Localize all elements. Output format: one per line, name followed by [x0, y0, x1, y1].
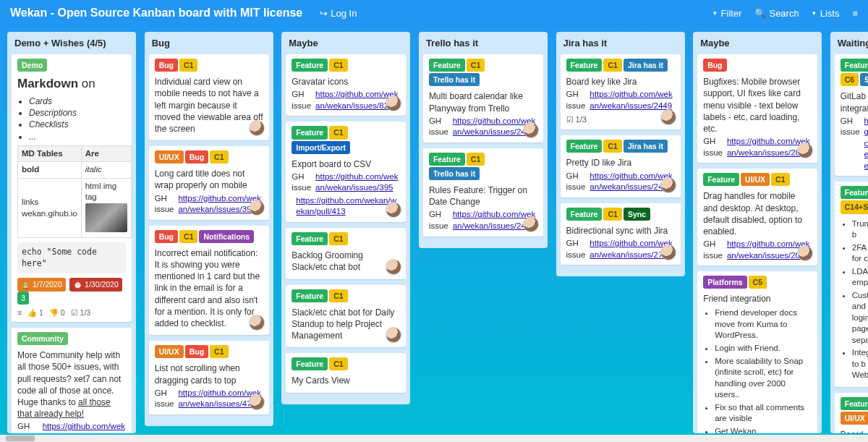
menu-icon[interactable]: ≡	[852, 8, 858, 19]
card-text: Export board to CSV	[292, 158, 400, 170]
avatar[interactable]	[249, 120, 265, 136]
card-text: Board Background I	[841, 429, 868, 433]
card[interactable]: Bug Bugfixes: Mobile browser support, UI…	[697, 54, 817, 163]
lists-button[interactable]: ▾Lists	[812, 8, 840, 19]
list-bug: Bug BugC1 Individual card view on mobile…	[145, 32, 273, 426]
card-text: Bidirectional sync with Jira	[566, 225, 675, 237]
avatar[interactable]	[249, 394, 265, 410]
count-badge: 3	[17, 292, 29, 305]
card-text: Drag handles for mobile and desktop. At …	[703, 190, 812, 237]
card-text: Backlog Grooming Slack/etc chat bot	[292, 250, 400, 273]
list-waiting: Waiting for funding FeatureC650 GitLab i…	[830, 32, 868, 433]
list-title[interactable]: Waiting for funding	[830, 32, 868, 51]
checklist-indicator: ☑ 1/3	[566, 114, 675, 125]
avatar[interactable]	[660, 109, 676, 125]
card-text: GitLab integration	[841, 90, 868, 114]
list-trello: Trello has it FeatureC1Trello has it Mul…	[419, 32, 548, 248]
markdown-table: MD TablesAre bolditalic links wekan.gihu…	[17, 145, 132, 239]
card-text: More Community help with all those 500+ …	[17, 349, 126, 420]
bullet-list: Truncate/Scroll b 2FA login for clie LDA…	[852, 218, 868, 381]
checklist-indicator: ☑ 1/3	[71, 307, 91, 318]
card[interactable]: FeatureC1Trello has it Multi board calen…	[423, 54, 543, 143]
card[interactable]: Demo Markdown on Cards Descriptions Chec…	[12, 54, 132, 322]
search-button[interactable]: 🔍Search	[754, 8, 799, 19]
card[interactable]: BugC1 Individual card view on mobile nee…	[149, 54, 269, 140]
board-title[interactable]: Wekan - Open Source Kanban board with MI…	[10, 7, 302, 20]
card[interactable]: FeatureC1Jira has it Board key like Jira…	[561, 54, 681, 129]
filter-button[interactable]: ▾Filter	[713, 8, 742, 19]
thumbs-up: 👍 1	[27, 307, 43, 318]
card[interactable]: FeatureC1 My Cards View	[286, 353, 406, 392]
card[interactable]: UI/UXBugC1 Long card title does not wrap…	[149, 146, 269, 220]
thumbnail-image	[85, 203, 127, 232]
thumbs-down: 👎 0	[49, 307, 65, 318]
login-button[interactable]: ↪ Log In	[320, 8, 357, 19]
start-date: ⏳ 1/7/2020	[17, 278, 66, 291]
card[interactable]: FeatureC1 Backlog Grooming Slack/etc cha…	[286, 228, 406, 279]
card[interactable]: UI/UXBugC1 List not scrolling when dragg…	[149, 341, 269, 415]
chevron-down-icon: ▾	[812, 9, 816, 17]
avatar[interactable]	[386, 259, 401, 275]
list-title[interactable]: Jira has it	[556, 32, 685, 51]
bullet-list: Cards Descriptions Checklists ...	[29, 95, 126, 143]
description-icon: ≡	[17, 307, 22, 318]
avatar[interactable]	[660, 177, 676, 193]
app-header: Wekan - Open Source Kanban board with MI…	[0, 0, 868, 26]
card[interactable]: BugC1Notifications Incorrect email notif…	[149, 226, 269, 335]
issue-link[interactable]: https://github.com/wekan/wekan/	[864, 116, 868, 172]
card[interactable]: FeatureC1Sync Bidirectional sync with Ji…	[561, 203, 681, 265]
card[interactable]: FeatureC1Trello has it Rules Feature: Tr…	[423, 148, 543, 237]
label-demo: Demo	[17, 59, 47, 72]
list-maybe-2: Maybe Bug Bugfixes: Mobile browser suppo…	[693, 32, 822, 433]
card-text: Slack/etc chat bot for Daily Standup to …	[292, 307, 400, 342]
card-title: Markdown on	[17, 76, 126, 93]
label-community: Community	[17, 332, 68, 345]
card-text: Pretty ID like Jira	[566, 157, 675, 169]
card-text: Multi board calendar like Planyway from …	[429, 90, 537, 114]
card[interactable]: FeatureC1 Gravatar icons GH issuehttps:/…	[286, 54, 406, 116]
horizontal-scrollbar[interactable]	[0, 435, 868, 442]
card-text: Rules Feature: Trigger on Date Change	[429, 184, 537, 208]
list-maybe-1: Maybe FeatureC1 Gravatar icons GH issueh…	[281, 32, 410, 404]
card-text: Board key like Jira	[566, 76, 675, 88]
list-jira: Jira has it FeatureC1Jira has it Board k…	[556, 32, 685, 276]
card-text: Incorrect email notification: It is show…	[155, 247, 263, 329]
bullet-list: Friend developer docs move from Kuma to …	[715, 307, 812, 433]
avatar[interactable]	[523, 122, 539, 138]
issue-link[interactable]: https://github.com/wekan/wekan/issues/24…	[590, 89, 674, 111]
avatar[interactable]	[660, 245, 676, 260]
list-title[interactable]: Trello has it	[419, 32, 548, 51]
card-text: Gravatar icons	[292, 76, 400, 88]
card-text: List not scrolling when dragging cards t…	[155, 362, 263, 386]
list-title[interactable]: Bug	[145, 32, 273, 51]
card[interactable]: FeatureC1Jira has it Pretty ID like Jira…	[561, 135, 681, 197]
issue-link[interactable]: https://github.com/wekan/wekan/pulls	[43, 421, 126, 433]
due-date: ⏰ 1/30/2020	[69, 278, 122, 291]
login-icon: ↪	[320, 8, 328, 19]
card-text: Friend integration	[703, 293, 812, 305]
avatar[interactable]	[523, 216, 539, 232]
list-title[interactable]: Maybe	[281, 32, 410, 51]
list-title[interactable]: Demo + Wishes (4/5)	[7, 32, 136, 51]
issue-link[interactable]: https://github.com/wekan/wekan/issues/39…	[315, 171, 400, 194]
scrollbar-thumb[interactable]	[6, 435, 35, 441]
search-icon: 🔍	[754, 8, 766, 19]
card[interactable]: FeatureC1 Slack/etc chat bot for Daily S…	[286, 285, 406, 348]
card-text: Individual card view on mobile needs to …	[155, 76, 263, 135]
card[interactable]: FeatureC650 GitLab integration GH issueh…	[835, 54, 868, 176]
card[interactable]: PlatformsC5 Friend integration Friend de…	[697, 271, 817, 433]
chevron-down-icon: ▾	[713, 9, 717, 17]
avatar[interactable]	[249, 200, 265, 216]
card[interactable]: FeatureUI/UX Board Background I GH issue…	[835, 393, 868, 433]
code-block: echo "Some code here"	[17, 242, 126, 273]
list-title[interactable]: Maybe	[693, 32, 822, 51]
card-text: Long card title does not wrap properly o…	[155, 168, 263, 191]
card[interactable]: FeatureUI/UXC1 Drag handles for mobile a…	[697, 169, 817, 265]
issue-link[interactable]: https://github.com/wekan/wekan/pull/413	[296, 195, 400, 218]
card[interactable]: FeatureC1Import/Export Export board to C…	[286, 122, 406, 222]
card[interactable]: Community More Community help with all t…	[12, 328, 132, 433]
avatar[interactable]	[249, 315, 265, 331]
card-text: Bugfixes: Mobile browser support, UI fix…	[703, 76, 812, 135]
card[interactable]: FeatureC14+Sa Truncate/Scroll b 2FA logi…	[835, 182, 868, 387]
board-canvas[interactable]: Demo + Wishes (4/5) Demo Markdown on Car…	[0, 26, 868, 435]
